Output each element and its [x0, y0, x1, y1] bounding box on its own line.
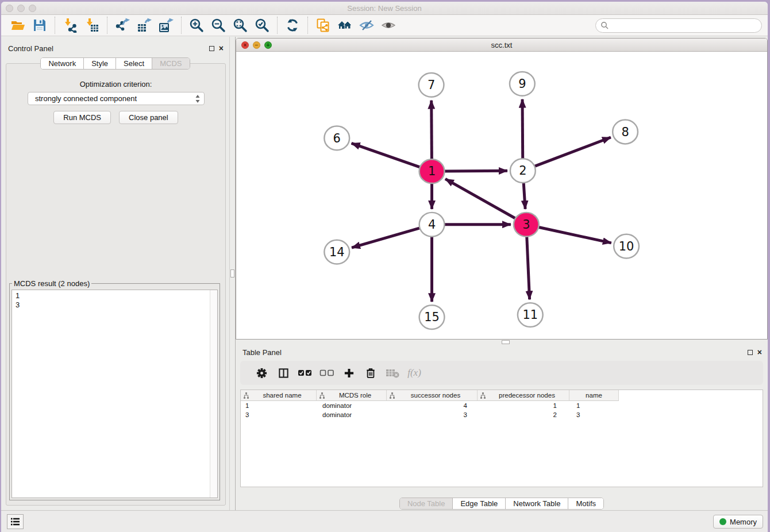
mcds-panel: Optimization criterion: strongly connect…	[6, 63, 226, 506]
tab-select[interactable]: Select	[116, 58, 152, 69]
minimize-window-button[interactable]	[17, 5, 25, 12]
result-scrollbar[interactable]	[210, 290, 217, 498]
column-header-predecessor-nodes[interactable]: predecessor nodes	[478, 390, 569, 401]
run-mcds-button[interactable]: Run MCDS	[53, 111, 111, 124]
column-header-mcds-role[interactable]: MCDS role	[317, 390, 387, 401]
graph-edge-3-1[interactable]	[445, 179, 517, 219]
graph-node-label-1: 1	[428, 164, 436, 178]
create-column-button[interactable]	[338, 364, 360, 382]
select-stepper-icon	[195, 94, 201, 103]
import-network-button[interactable]	[59, 17, 81, 34]
graph-node-label-15: 15	[424, 310, 440, 324]
float-panel-button[interactable]	[209, 46, 214, 51]
table-cell[interactable]: 3	[241, 411, 317, 418]
column-header-successor-nodes[interactable]: successor nodes	[387, 390, 478, 401]
select-all-button[interactable]	[294, 364, 316, 382]
close-window-button[interactable]	[6, 5, 13, 12]
tab-mcds[interactable]: MCDS	[152, 58, 189, 69]
search-box[interactable]	[595, 18, 762, 33]
import-table-button[interactable]	[81, 17, 103, 34]
close-panel-button-mcds[interactable]: Close panel	[119, 111, 178, 124]
column-header-name[interactable]: name	[569, 390, 619, 401]
delete-table-button[interactable]	[382, 364, 403, 382]
close-panel-button[interactable]: ×	[219, 45, 224, 51]
show-columns-button[interactable]	[272, 364, 294, 382]
memory-button[interactable]: Memory	[713, 515, 763, 529]
clone-network-button[interactable]	[312, 17, 334, 34]
network-window-titlebar[interactable]: × − + scc.txt	[236, 38, 767, 52]
main-toolbar	[1, 15, 768, 36]
export-image-button[interactable]	[155, 17, 177, 34]
tab-node-table[interactable]: Node Table	[400, 498, 453, 509]
app-window: Session: New Session	[1, 2, 768, 532]
export-network-button[interactable]	[111, 17, 133, 34]
delete-column-button[interactable]	[360, 364, 382, 382]
tab-network[interactable]: Network	[41, 58, 84, 69]
table-cell[interactable]: 2	[478, 411, 569, 418]
graph-node-label-4: 4	[428, 218, 436, 232]
graph-node-label-11: 11	[522, 308, 538, 322]
column-header-shared-name[interactable]: shared name	[241, 390, 317, 401]
tab-edge-table[interactable]: Edge Table	[453, 498, 506, 509]
table-cell[interactable]: 3	[387, 411, 478, 418]
close-table-panel-button[interactable]: ×	[757, 349, 762, 355]
table-cell[interactable]: 3	[569, 411, 619, 418]
table-cell[interactable]: 1	[478, 402, 569, 409]
tab-motifs[interactable]: Motifs	[568, 498, 603, 509]
zoom-selected-button[interactable]	[251, 17, 273, 34]
float-table-panel-button[interactable]	[748, 350, 753, 355]
zoom-in-button[interactable]	[186, 17, 207, 34]
deselect-all-button[interactable]	[316, 364, 338, 382]
graph-edge-4-14[interactable]	[352, 228, 421, 248]
table-row[interactable]: 3dominator323	[241, 410, 763, 419]
maximize-window-button[interactable]	[29, 5, 36, 12]
toolbar-separator	[277, 17, 278, 34]
horizontal-splitter-handle[interactable]	[502, 340, 510, 344]
graph-edge-1-2[interactable]	[443, 171, 507, 171]
refresh-button[interactable]	[282, 17, 303, 34]
import-table-icon	[84, 18, 99, 33]
table-cell[interactable]: dominator	[317, 411, 387, 418]
graph-edge-2-9[interactable]	[522, 99, 523, 160]
table-settings-button[interactable]	[251, 364, 272, 382]
tab-network-table[interactable]: Network Table	[506, 498, 568, 509]
search-input[interactable]	[611, 21, 757, 29]
table-row[interactable]: 1dominator411	[241, 401, 763, 410]
table-cell[interactable]: dominator	[317, 402, 387, 409]
graph-edge-3-10[interactable]	[537, 227, 611, 243]
table-cell[interactable]: 1	[241, 402, 317, 409]
network-graph[interactable]: 1234678910111415	[236, 52, 767, 339]
graph-edge-3-11[interactable]	[527, 236, 530, 300]
table-cell[interactable]: 1	[569, 402, 619, 409]
task-history-button[interactable]	[7, 514, 24, 529]
splitter-handle[interactable]	[230, 269, 234, 277]
open-file-button[interactable]	[7, 17, 29, 34]
save-session-button[interactable]	[29, 17, 51, 34]
network-canvas[interactable]: 1234678910111415	[236, 52, 767, 339]
criterion-select[interactable]: strongly connected component	[28, 92, 205, 105]
network-title: scc.txt	[236, 41, 767, 49]
function-builder-button[interactable]: f(x)	[403, 364, 425, 382]
zoom-out-button[interactable]	[207, 17, 229, 34]
graph-edge-1-6[interactable]	[352, 143, 421, 167]
tab-style[interactable]: Style	[84, 58, 116, 69]
mcds-result-box[interactable]: 13	[11, 290, 218, 498]
export-table-button[interactable]	[133, 17, 155, 34]
network-maximize-button[interactable]: +	[264, 41, 272, 49]
graph-node-label-3: 3	[522, 218, 530, 232]
table-toolbar: f(x)	[240, 361, 763, 385]
network-minimize-button[interactable]: −	[253, 41, 260, 49]
graph-node-label-9: 9	[518, 77, 526, 91]
graph-edge-2-8[interactable]	[533, 137, 610, 167]
horizontal-splitter[interactable]	[236, 340, 768, 345]
graph-edge-2-3[interactable]	[523, 182, 525, 209]
control-panel-title: Control Panel	[8, 44, 53, 53]
graph-edge-1-7[interactable]	[432, 101, 432, 160]
table-cell[interactable]: 4	[387, 402, 478, 409]
hide-selected-button[interactable]	[356, 17, 378, 34]
network-close-button[interactable]: ×	[241, 41, 249, 49]
zoom-fit-button[interactable]	[229, 17, 251, 34]
show-all-button[interactable]	[378, 17, 399, 34]
home-layout-button[interactable]	[334, 17, 356, 34]
vertical-splitter[interactable]	[229, 37, 236, 510]
